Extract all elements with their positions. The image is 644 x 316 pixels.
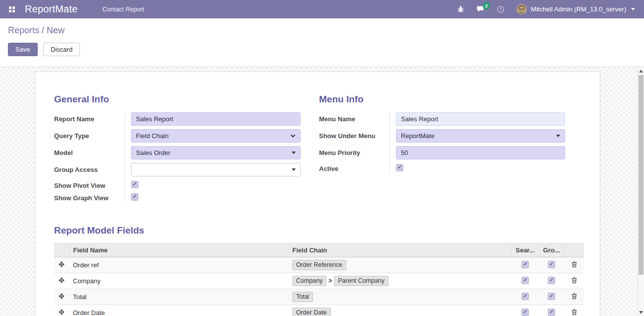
field-chain-cell: Total [288,289,512,305]
field-row-show-under-menu: Show Under Menu ReportMate [319,129,565,143]
show-graph-view-label: Show Graph View [54,194,125,202]
drag-handle-icon[interactable] [58,261,65,268]
apps-grid-icon [9,6,15,12]
control-panel: Reports / New Save Discard [0,18,644,67]
field-chain-cell: Company>Parent Company [288,273,512,289]
nav-item-contact-report[interactable]: Contact Report [103,6,144,13]
table-row-total[interactable]: Total Total [54,289,584,305]
menu-info-title: Menu Info [319,94,565,105]
field-name-cell: Order ref [69,257,288,273]
report-model-fields-section: Report Model Fields Field Name Field Cha… [54,225,583,316]
menu-name-label: Menu Name [319,115,389,123]
breadcrumb-reports-link[interactable]: Reports [8,25,39,35]
groupable-checkbox[interactable] [548,261,555,268]
field-name-column-header: Field Name [69,243,288,257]
group-access-select[interactable] [131,163,301,176]
drag-handle-icon[interactable] [58,309,65,316]
field-row-query-type: Query Type Field Chain [54,129,301,143]
action-buttons: Save Discard [8,43,636,56]
breadcrumb-separator: / [42,25,44,35]
query-type-select[interactable]: Field Chain [131,129,301,143]
activities-clock-icon[interactable] [497,5,505,13]
drag-handle-icon[interactable] [58,277,65,284]
searchable-column-header: Sear... [512,243,539,257]
show-under-menu-label: Show Under Menu [319,132,389,140]
fields-table: Field Name Field Chain Sear... Gro... Or… [54,243,584,316]
top-navbar: ReportMate Contact Report 2 [0,0,644,18]
save-button[interactable]: Save [8,43,38,56]
field-row-show-pivot-view: Show Pivot View [54,179,301,191]
searchable-checkbox[interactable] [521,293,529,300]
delete-row-trash-icon[interactable] [571,293,578,300]
searchable-checkbox[interactable] [521,277,529,284]
field-chain-cell: Order Date [288,305,512,316]
report-name-label: Report Name [54,115,125,123]
field-row-report-name: Report Name [54,112,301,126]
drag-handle-icon[interactable] [58,293,65,300]
chevron-down-icon [631,8,635,10]
messages-button[interactable]: 2 [476,5,485,13]
messages-count-badge: 2 [483,2,490,9]
field-name-cell: Total [69,289,288,305]
groupable-checkbox[interactable] [548,309,555,316]
active-label: Active [319,165,389,172]
searchable-checkbox[interactable] [521,309,529,316]
menu-priority-input[interactable] [396,146,565,159]
content-area: General Info Report Name Query Type Fiel… [0,67,644,316]
vertical-scrollbar[interactable] [638,67,644,316]
field-row-menu-name: Menu Name [319,112,565,126]
chain-tag: Order Date [292,308,331,316]
table-row-order-date[interactable]: Order Date Order Date [54,305,584,316]
searchable-checkbox[interactable] [521,261,529,268]
groupable-checkbox[interactable] [548,277,555,284]
delete-row-trash-icon[interactable] [571,261,578,268]
navbar-left: ReportMate Contact Report [7,3,144,15]
breadcrumb: Reports / New [8,25,636,36]
delete-row-trash-icon[interactable] [571,277,578,284]
fields-table-header-row: Field Name Field Chain Sear... Gro... [54,243,584,257]
actions-column-header [564,243,584,257]
groupable-column-header: Gro... [539,243,564,257]
scrollbar-thumb[interactable] [639,75,644,275]
table-row-order-ref[interactable]: Order ref Order Reference [54,257,584,273]
active-checkbox[interactable] [396,164,403,171]
field-name-cell: Order Date [69,305,288,316]
avatar [516,4,527,14]
query-type-label: Query Type [54,132,125,140]
field-chain-cell: Order Reference [288,257,512,273]
discard-button[interactable]: Discard [43,43,80,56]
delete-row-trash-icon[interactable] [571,309,578,316]
caret-down-icon [292,168,296,171]
report-name-input[interactable] [131,112,301,126]
menu-priority-label: Menu Priority [319,149,389,157]
field-row-group-access: Group Access [54,162,301,177]
chevron-down-icon [290,133,296,139]
chain-tag: Order Reference [292,260,346,270]
form-grid: General Info Report Name Query Type Fiel… [54,94,583,204]
debug-bug-icon[interactable] [457,5,464,13]
model-select[interactable]: Sales Order [131,146,301,159]
field-row-active: Active [319,162,565,174]
apps-menu-button[interactable] [7,4,17,14]
groupable-checkbox[interactable] [548,293,555,300]
user-menu[interactable]: Mitchell Admin (RM_13.0_server) [516,4,635,14]
caret-down-icon [292,152,296,154]
table-row-company[interactable]: Company Company>Parent Company [54,273,584,289]
general-info-section: General Info Report Name Query Type Fiel… [54,94,301,204]
app-brand[interactable]: ReportMate [25,3,78,15]
show-pivot-view-checkbox[interactable] [131,181,138,188]
chain-tag: Company [292,276,327,286]
show-pivot-view-label: Show Pivot View [54,182,125,189]
menu-name-input[interactable] [396,112,565,126]
show-under-menu-select[interactable]: ReportMate [396,129,565,143]
scroll-up-arrow-icon[interactable] [639,70,643,73]
field-chain-column-header: Field Chain [288,243,512,257]
scroll-down-arrow-icon[interactable] [639,311,643,314]
report-model-fields-title: Report Model Fields [54,225,583,236]
breadcrumb-current: New [47,25,64,35]
user-name: Mitchell Admin (RM_13.0_server) [531,5,626,13]
chain-tag: Parent Company [334,276,388,286]
general-info-title: General Info [54,94,301,105]
model-label: Model [54,149,125,157]
show-graph-view-checkbox[interactable] [131,193,138,201]
